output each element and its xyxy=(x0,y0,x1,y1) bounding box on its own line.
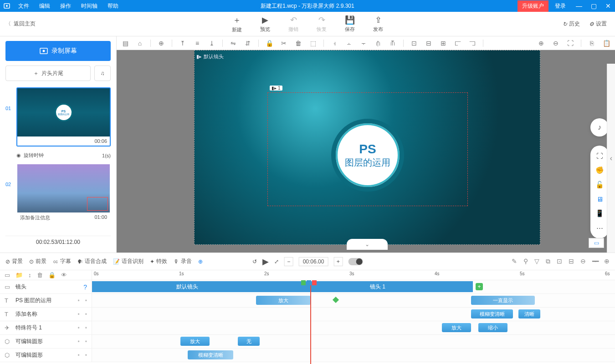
align-top-icon[interactable]: ⤒ xyxy=(179,40,187,47)
music-float-button[interactable]: ♪ xyxy=(590,118,609,136)
settings-button[interactable]: ⚙设置 xyxy=(589,20,607,28)
mobile-icon[interactable]: 📱 xyxy=(595,209,604,217)
time-plus[interactable]: + xyxy=(333,257,343,266)
publish-button[interactable]: ⇪发布 xyxy=(373,15,383,33)
clip[interactable]: 放大 xyxy=(180,337,210,346)
track-label[interactable]: ⬡可编辑圆形•• xyxy=(0,335,92,348)
grid-icon[interactable]: ⧉ xyxy=(546,258,550,265)
lock-track-icon[interactable]: 🔒 xyxy=(48,272,56,278)
scene-list[interactable]: 01 PS图层的运用 00:06 ◉ 旋转时钟 1(s) 02 xyxy=(5,87,111,236)
shot-clip[interactable]: 默认镜头 xyxy=(92,281,282,292)
fit-view-button[interactable]: ▭ xyxy=(589,238,604,248)
track-dot[interactable]: • xyxy=(78,325,80,331)
unlock-icon[interactable]: 🔓 xyxy=(595,181,604,189)
edit-icon[interactable]: ✎ xyxy=(512,258,517,265)
tool-d-icon[interactable]: ⫍ xyxy=(454,40,462,47)
close-icon[interactable]: ✕ xyxy=(601,0,615,12)
home-icon[interactable]: ⌂ xyxy=(136,40,144,47)
more-icon[interactable]: ⋯ xyxy=(596,224,603,232)
track-lane[interactable]: 默认镜头镜头 1+ xyxy=(92,280,615,293)
scene-2[interactable]: 02 添加备注信息 01:00 xyxy=(5,163,111,224)
tab-effects[interactable]: ✦特效 xyxy=(150,258,167,265)
zoom-slider[interactable]: ━━ xyxy=(592,258,598,265)
tool-b-icon[interactable]: ⊟ xyxy=(425,40,433,47)
circle-icon[interactable]: ⊕ xyxy=(157,40,165,47)
clip[interactable]: 放大 xyxy=(256,296,311,305)
track-dot[interactable]: • xyxy=(85,325,87,331)
menu-file[interactable]: 文件 xyxy=(14,0,34,12)
rewind-icon[interactable]: ↺ xyxy=(252,258,257,265)
delete-track-icon[interactable]: 🗑 xyxy=(37,272,43,278)
paste-icon[interactable]: 📋 xyxy=(602,40,610,47)
align-center-icon[interactable]: ⫠ xyxy=(345,40,353,47)
preview-button[interactable]: ▶预览 xyxy=(260,15,270,33)
new-button[interactable]: ＋新建 xyxy=(232,15,242,33)
snap-icon[interactable]: ▤ xyxy=(121,40,129,47)
track-dot[interactable]: • xyxy=(85,311,87,318)
back-home[interactable]: 返回主页 xyxy=(14,20,36,28)
redo-button[interactable]: ↷恢复 xyxy=(317,15,327,33)
new-track-icon[interactable]: ▭ xyxy=(5,272,10,278)
track-label[interactable]: ⬡可编辑圆形•• xyxy=(0,349,92,362)
more-tabs-icon[interactable]: ⊕ xyxy=(198,258,203,265)
funnel-icon[interactable]: ▽ xyxy=(534,258,539,265)
minimize-icon[interactable]: — xyxy=(572,0,586,12)
folder-icon[interactable]: 📁 xyxy=(15,272,23,278)
menu-action[interactable]: 操作 xyxy=(56,0,76,12)
track-lane[interactable]: 模糊变清晰清晰 xyxy=(92,308,615,321)
current-time[interactable]: 00:06.00 xyxy=(299,257,328,266)
dist-v-icon[interactable]: ⫚ xyxy=(389,40,397,47)
flip-h-icon[interactable]: ⇋ xyxy=(229,40,237,47)
add-shot-button[interactable]: + xyxy=(476,283,483,290)
undo-button[interactable]: ↶撤销 xyxy=(288,15,298,33)
record-screen-button[interactable]: 录制屏幕 xyxy=(5,41,111,61)
upgrade-button[interactable]: 升级账户 xyxy=(518,0,548,12)
crop-icon[interactable]: ⬚ xyxy=(309,40,317,47)
selection-handle[interactable]: ▮▸ 1 xyxy=(270,86,282,91)
rect2-icon[interactable]: ⊟ xyxy=(569,258,574,265)
align-right-icon[interactable]: ⫟ xyxy=(359,40,368,47)
play-button[interactable]: ▶ xyxy=(262,257,269,267)
track-lane[interactable]: 放大缩小 xyxy=(92,321,615,334)
titles-button[interactable]: ＋片头片尾 xyxy=(5,66,91,81)
rect-tool-icon[interactable]: ⊡ xyxy=(557,258,562,265)
scene-1[interactable]: 01 PS图层的运用 00:06 xyxy=(5,87,111,147)
stage[interactable]: ▮▸ 默认镜头 ▮▸ 1 PS 图层的运用 ⌄ xyxy=(194,50,540,245)
dist-h-icon[interactable]: ⫛ xyxy=(374,40,382,47)
track-lane[interactable]: 模糊变清晰 xyxy=(92,349,615,362)
tab-record-audio[interactable]: 🎙录音 xyxy=(174,258,192,265)
fullscreen-play-icon[interactable]: ⤢ xyxy=(274,258,279,265)
save-button[interactable]: 💾保存 xyxy=(345,15,355,33)
back-chevron-icon[interactable]: 〈 xyxy=(5,20,11,28)
track-dot[interactable]: • xyxy=(78,311,80,318)
clip[interactable]: 一直显示 xyxy=(471,296,535,305)
filter-icon[interactable]: ⚲ xyxy=(523,258,528,265)
align-left-icon[interactable]: ⫞ xyxy=(330,40,338,47)
track-label[interactable]: T添加名称•• xyxy=(0,308,92,321)
loop-toggle[interactable] xyxy=(348,258,363,265)
track-dot[interactable]: • xyxy=(78,339,80,345)
track-lane[interactable]: 放大一直显示 xyxy=(92,294,615,307)
track-dot[interactable]: • xyxy=(85,339,87,345)
expand-handle[interactable]: ⌄ xyxy=(347,239,388,250)
clip[interactable]: 清晰 xyxy=(518,309,540,318)
track-dot[interactable]: • xyxy=(85,298,87,304)
menu-timeline[interactable]: 时间轴 xyxy=(77,0,102,12)
maximize-icon[interactable]: ▢ xyxy=(587,0,600,12)
content-badge[interactable]: PS 图层的运用 xyxy=(331,119,404,192)
clip[interactable]: 模糊变清晰 xyxy=(188,350,233,359)
track-label[interactable]: ▭镜头? xyxy=(0,280,92,293)
zoom-fit-icon[interactable]: ⛶ xyxy=(566,40,574,47)
right-expand[interactable]: ‹ xyxy=(607,64,615,253)
copy-icon[interactable]: ⎘ xyxy=(588,40,596,47)
tab-foreground[interactable]: ⊙前景 xyxy=(29,258,46,265)
clip[interactable]: 模糊变清晰 xyxy=(471,309,513,318)
zoom-out2-icon[interactable]: ⊖ xyxy=(580,258,586,265)
clip[interactable]: 缩小 xyxy=(478,323,507,332)
clip[interactable]: 无 xyxy=(238,337,260,346)
keyframe-icon[interactable] xyxy=(333,297,339,303)
track-dot[interactable]: • xyxy=(78,352,80,359)
track-label[interactable]: ✈特殊符号 1•• xyxy=(0,321,92,334)
lock-icon[interactable]: 🔒 xyxy=(265,40,273,47)
trash-icon[interactable]: 🗑 xyxy=(294,40,302,47)
